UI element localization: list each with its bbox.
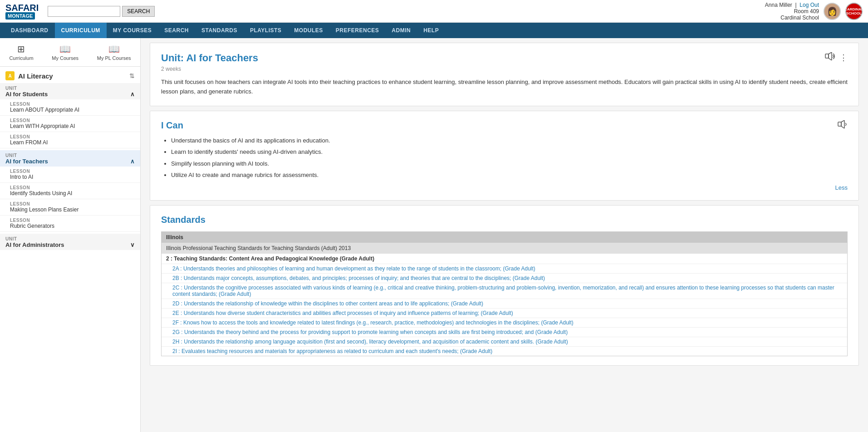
nav-curriculum[interactable]: CURRICULUM xyxy=(55,23,107,38)
avatar: 👩 xyxy=(824,3,841,20)
section-header: Unit: AI for Teachers 2 weeks ⋮ xyxy=(161,52,848,72)
unit-title-ai-for-administrators[interactable]: AI for Administrators ∨ xyxy=(5,241,135,248)
std-group-row: Illinois Professional Teaching Standards… xyxy=(162,243,847,254)
sidebar-items: UNIT AI for Students ∧ LESSON Learn ABOU… xyxy=(0,83,140,250)
std-sub-2b: 2B : Understands major concepts, assumpt… xyxy=(162,273,847,283)
unit-label-ai-for-administrators: UNIT xyxy=(5,236,135,241)
i-can-item-1: Understand the basics of AI and its appl… xyxy=(171,136,848,145)
sidebar-lesson-making-lesson-plans[interactable]: LESSON Making Lesson Plans Easier xyxy=(0,199,140,216)
std-2a-text: 2A : Understands theories and philosophi… xyxy=(172,265,535,272)
std-state-row: Illinois xyxy=(162,232,847,243)
std-2i-text: 2I : Evaluates teaching resources and ma… xyxy=(172,348,492,354)
content-area: Unit: AI for Teachers 2 weeks ⋮ xyxy=(141,38,868,432)
read-aloud-icon[interactable] xyxy=(825,52,835,63)
std-item-main: 2 : Teaching Standards: Content Area and… xyxy=(162,254,847,264)
svg-rect-2 xyxy=(838,122,841,126)
sidebar-lesson-rubric-generators[interactable]: LESSON Rubric Generators xyxy=(0,216,140,232)
ai-literacy-icon: A xyxy=(5,71,15,80)
sidebar-item-curriculum[interactable]: ⊞ Curriculum xyxy=(5,42,38,63)
standards-section: Standards Illinois Illinois Professional… xyxy=(150,205,859,366)
more-options-icon[interactable]: ⋮ xyxy=(839,53,848,63)
my-pl-courses-icon: 📖 xyxy=(108,44,120,54)
standards-title: Standards xyxy=(161,215,848,225)
logo-safari: SAFARI MONTAGE xyxy=(5,3,39,19)
user-room: Room 409 xyxy=(794,8,819,15)
nav-my-courses[interactable]: MY COURSES xyxy=(107,23,158,38)
nav-search[interactable]: SEARCH xyxy=(158,23,195,38)
user-area: Anna Miller | Log Out Room 409 Cardinal … xyxy=(765,2,863,21)
nav-preferences[interactable]: PREFERENCES xyxy=(329,23,386,38)
unit-main-title: Unit: AI for Teachers xyxy=(161,52,258,64)
unit-label-ai-for-teachers: UNIT xyxy=(5,153,135,158)
standards-table[interactable]: Illinois Illinois Professional Teaching … xyxy=(161,231,848,356)
nav-help[interactable]: HELP xyxy=(417,23,445,38)
sidebar-lesson-learn-with[interactable]: LESSON Learn WITH Appropriate AI xyxy=(0,116,140,132)
less-link[interactable]: Less xyxy=(835,184,848,191)
sidebar-item-my-pl-courses[interactable]: 📖 My PL Courses xyxy=(93,42,136,63)
search-area: SEARCH xyxy=(48,6,155,17)
unit-chevron-up-ai-for-students: ∧ xyxy=(130,91,135,98)
svg-marker-3 xyxy=(841,120,844,128)
std-sub-2f: 2F : Knows how to access the tools and k… xyxy=(162,318,847,327)
user-school: Cardinal School xyxy=(780,15,819,21)
school-badge: CARDINALSCHOOL xyxy=(845,3,863,20)
sidebar-lesson-identify-students[interactable]: LESSON Identify Students Using AI xyxy=(0,183,140,199)
nav-playlists[interactable]: PLAYLISTS xyxy=(244,23,288,38)
std-2d-text: 2D : Understands the relationship of kno… xyxy=(172,300,483,307)
std-2c-text: 2C : Understands the cognitive processes… xyxy=(172,285,834,297)
svg-rect-0 xyxy=(825,54,829,58)
my-courses-icon: 📖 xyxy=(59,44,71,54)
std-sub-2d: 2D : Understands the relationship of kno… xyxy=(162,299,847,308)
unit-header-section: Unit: AI for Teachers 2 weeks ⋮ xyxy=(150,43,859,106)
sidebar-nav-curriculum-label: Curriculum xyxy=(9,55,33,61)
sidebar-lesson-learn-from[interactable]: LESSON Learn FROM AI xyxy=(0,132,140,148)
top-bar: SAFARI MONTAGE SEARCH Anna Miller | Log … xyxy=(0,0,868,23)
std-2e-text: 2E : Understands how diverse student cha… xyxy=(172,310,513,316)
sidebar-unit-ai-for-teachers: UNIT AI for Teachers ∧ xyxy=(0,150,140,167)
nav-dashboard[interactable]: DASHBOARD xyxy=(5,23,55,38)
sidebar: ⊞ Curriculum 📖 My Courses 📖 My PL Course… xyxy=(0,38,141,432)
nav-bar: DASHBOARD CURRICULUM MY COURSES SEARCH S… xyxy=(0,23,868,38)
user-info: Anna Miller | Log Out Room 409 Cardinal … xyxy=(765,2,819,21)
standards-table-inner: Illinois Illinois Professional Teaching … xyxy=(162,232,847,356)
unit-title-block: Unit: AI for Teachers 2 weeks xyxy=(161,52,258,72)
sidebar-nav-my-pl-courses-label: My PL Courses xyxy=(97,55,131,61)
i-can-read-aloud-icon[interactable] xyxy=(838,120,848,131)
std-2h-text: 2H : Understands the relationship among … xyxy=(172,339,568,345)
i-can-item-2: Learn to identify students' needs using … xyxy=(171,147,848,157)
nav-modules[interactable]: MODULES xyxy=(288,23,329,38)
logo: SAFARI MONTAGE xyxy=(5,3,39,19)
i-can-icons xyxy=(838,120,848,131)
nav-admin[interactable]: ADMIN xyxy=(385,23,417,38)
logout-link[interactable]: Log Out xyxy=(799,2,819,8)
sidebar-item-my-courses[interactable]: 📖 My Courses xyxy=(47,42,83,63)
unit-duration: 2 weeks xyxy=(161,66,258,72)
search-button[interactable]: SEARCH xyxy=(122,6,155,17)
sidebar-unit-ai-for-students: UNIT AI for Students ∧ xyxy=(0,83,140,99)
std-sub-2e: 2E : Understands how diverse student cha… xyxy=(162,308,847,318)
unit-chevron-down-ai-for-administrators: ∨ xyxy=(130,241,135,248)
i-can-item-3: Simplify lesson planning with AI tools. xyxy=(171,159,848,168)
std-sub-2a: 2A : Understands theories and philosophi… xyxy=(162,264,847,273)
sidebar-lesson-intro-to-ai[interactable]: LESSON Intro to AI xyxy=(0,167,140,183)
unit-title-ai-for-teachers[interactable]: AI for Teachers ∧ xyxy=(5,158,135,165)
svg-marker-1 xyxy=(829,52,832,60)
sidebar-expand-icon[interactable]: ⇅ xyxy=(129,72,135,79)
search-input[interactable] xyxy=(48,6,120,17)
sidebar-nav-my-courses-label: My Courses xyxy=(52,55,78,61)
sidebar-course-header: A AI Literacy ⇅ xyxy=(0,67,140,83)
std-item-main-text: 2 : Teaching Standards: Content Area and… xyxy=(166,255,374,262)
sidebar-top-nav: ⊞ Curriculum 📖 My Courses 📖 My PL Course… xyxy=(0,38,140,67)
i-can-section: I Can Understand the basics of AI and it… xyxy=(150,111,859,201)
std-2f-text: 2F : Knows how to access the tools and k… xyxy=(172,319,574,326)
sidebar-lesson-learn-about[interactable]: LESSON Learn ABOUT Appropriate AI xyxy=(0,99,140,116)
std-sub-2i: 2I : Evaluates teaching resources and ma… xyxy=(162,346,847,356)
i-can-header: I Can xyxy=(161,120,848,136)
unit-chevron-up-ai-for-teachers: ∧ xyxy=(130,158,135,165)
unit-label-ai-for-students: UNIT xyxy=(5,86,135,91)
std-2b-text: 2B : Understands major concepts, assumpt… xyxy=(172,275,545,281)
sidebar-unit-ai-for-administrators: UNIT AI for Administrators ∨ xyxy=(0,234,140,250)
nav-standards[interactable]: STANDARDS xyxy=(195,23,244,38)
unit-title-ai-for-students[interactable]: AI for Students ∧ xyxy=(5,91,135,98)
std-sub-2c: 2C : Understands the cognitive processes… xyxy=(162,283,847,299)
